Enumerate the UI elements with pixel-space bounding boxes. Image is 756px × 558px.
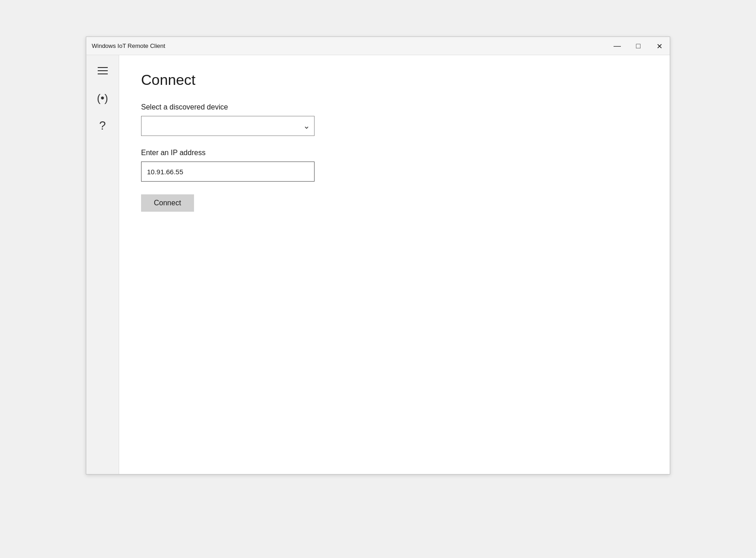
ip-address-input[interactable]: [141, 162, 315, 182]
device-dropdown-container: ⌄: [141, 116, 315, 136]
sidebar-item-help[interactable]: ?: [89, 114, 116, 137]
device-dropdown[interactable]: [141, 116, 315, 136]
wifi-icon: (•): [97, 92, 108, 104]
app-window: Windows IoT Remote Client — □ ✕ (•) ?: [86, 37, 670, 475]
hamburger-icon: [98, 67, 108, 74]
page-title: Connect: [141, 72, 648, 89]
close-button[interactable]: ✕: [649, 37, 670, 55]
main-content: Connect Select a discovered device ⌄ Ent…: [119, 55, 670, 474]
help-icon: ?: [99, 119, 105, 133]
device-section-label: Select a discovered device: [141, 103, 648, 111]
window-body: (•) ? Connect Select a discovered device…: [86, 55, 670, 474]
titlebar: Windows IoT Remote Client — □ ✕: [86, 37, 670, 55]
connect-button[interactable]: Connect: [141, 194, 194, 212]
sidebar: (•) ?: [86, 55, 119, 474]
sidebar-item-menu[interactable]: [89, 59, 116, 83]
minimize-button[interactable]: —: [607, 37, 628, 55]
titlebar-controls: — □ ✕: [607, 37, 670, 55]
maximize-button[interactable]: □: [628, 37, 649, 55]
ip-section-label: Enter an IP address: [141, 149, 648, 157]
sidebar-item-remote[interactable]: (•): [89, 86, 116, 110]
window-title: Windows IoT Remote Client: [92, 42, 165, 49]
ip-section: Enter an IP address: [141, 149, 648, 182]
